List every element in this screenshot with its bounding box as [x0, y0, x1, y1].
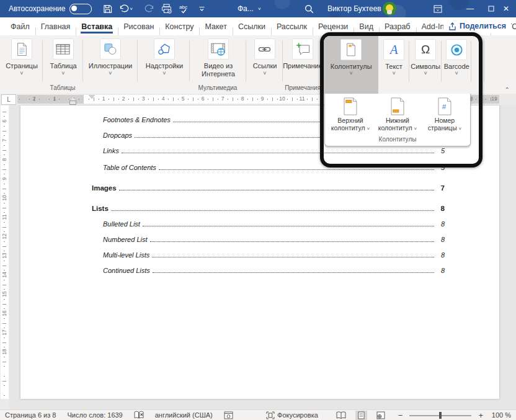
toc-entry-text[interactable]: Table of Contents — [92, 164, 156, 171]
toc-entry-text[interactable]: Numbered List — [92, 236, 148, 243]
pages-button[interactable]: Страницы ˅ — [6, 38, 38, 76]
chevron-down-icon: ˅ — [392, 71, 395, 76]
toc-page-number: 8 — [436, 220, 445, 228]
tab-8[interactable]: Рецензи — [313, 22, 354, 31]
ruler-tick — [287, 99, 288, 100]
toc-entry-text[interactable]: Bulleted List — [92, 220, 140, 228]
quick-access-more-chevron[interactable] — [194, 0, 210, 17]
addins-icon — [154, 38, 175, 60]
ruler-tick — [4, 337, 5, 338]
ruler-tick — [153, 97, 154, 101]
ruler-number: 11 — [300, 96, 305, 102]
first-line-indent-marker[interactable] — [89, 95, 95, 99]
ruler-tick — [257, 99, 258, 100]
quick-print-icon[interactable] — [158, 0, 174, 17]
chevron-down-icon: ˅ — [20, 71, 23, 76]
minimize-button[interactable]: — — [460, 0, 480, 17]
tab-selector[interactable]: L — [1, 94, 16, 105]
tab-3[interactable]: Рисован — [118, 22, 159, 31]
tab-9[interactable]: Вид — [354, 22, 379, 31]
toc-entry-text[interactable]: Dropcaps — [92, 132, 132, 139]
tab-1[interactable]: Главная — [35, 22, 76, 31]
header-menu-item[interactable]: Верхний колонтитул ˅ — [327, 94, 374, 135]
zoom-level[interactable]: 100 % — [490, 411, 511, 419]
headers-footers-button[interactable]: Колонтитулы ˅ — [324, 36, 378, 94]
ruler-number: 2 — [122, 96, 125, 102]
share-icon — [448, 22, 456, 30]
toc-dotted-leader — [111, 205, 434, 211]
toc-entry-text[interactable]: Multi-level Lists — [92, 251, 149, 259]
ruler-number: 5 — [182, 96, 185, 102]
links-button[interactable]: Ссылки ˅ — [253, 38, 277, 76]
toc-page-number: 8 — [436, 236, 445, 243]
tab-insert-active[interactable]: Вставка — [76, 22, 118, 31]
toc-entry-text[interactable]: Footnotes & Endnotes — [92, 116, 171, 123]
search-icon[interactable] — [301, 0, 317, 17]
toc-entry-text[interactable]: Images — [92, 184, 117, 192]
table-button[interactable]: Таблица ˅ — [50, 38, 76, 76]
ruler-number: 15 — [1, 291, 7, 297]
print-layout-button[interactable] — [355, 411, 367, 420]
toc-dotted-leader — [150, 236, 434, 242]
footer-menu-item[interactable]: Нижний колонтитул ˅ — [374, 94, 421, 135]
toc-entry: Multi-level Lists 8 — [92, 251, 445, 259]
document-title[interactable]: Фа... — [238, 0, 254, 17]
user-name[interactable]: Виктор Бухтеев — [327, 0, 381, 17]
toc-entry-text[interactable]: Links — [92, 147, 119, 154]
collapse-ribbon-chevron[interactable]: ⌃ — [505, 86, 510, 93]
ruler-tick — [233, 97, 233, 101]
barcode-button[interactable]: Barcode ˅ — [442, 36, 471, 94]
user-avatar[interactable] — [383, 2, 396, 16]
illustrations-button[interactable]: Иллюстрации ˅ — [89, 38, 132, 76]
addins-group: Надстройки ˅ — [140, 38, 189, 76]
ruler-tick — [4, 328, 5, 328]
toc-entry-text[interactable]: Continued Lists — [92, 267, 150, 274]
ruler-number: 6 — [1, 118, 7, 124]
share-button[interactable]: Поделиться — [443, 19, 511, 33]
tab-0[interactable]: Файл — [5, 22, 35, 31]
save-icon[interactable] — [99, 0, 115, 17]
online-video-button[interactable]: Видео из Интернета — [202, 38, 235, 78]
toc-entry: Bulleted List 8 — [92, 220, 445, 228]
zoom-in-button[interactable]: + — [478, 411, 483, 420]
group-divider — [137, 40, 138, 81]
ruler-tick — [2, 266, 6, 266]
ruler-number: 7 — [221, 96, 225, 102]
addins-button[interactable]: Надстройки ˅ — [146, 38, 183, 76]
document-title-chevron[interactable]: ˅ — [258, 0, 261, 17]
autosave-toggle[interactable] — [69, 4, 92, 14]
spelling-check-icon[interactable]: abc — [176, 0, 192, 17]
web-layout-button[interactable] — [374, 411, 388, 420]
tab-7[interactable]: Рассылк — [271, 22, 313, 31]
proofing-errors-icon[interactable] — [134, 411, 144, 419]
vertical-ruler[interactable]: 6789101112131415161718 — [0, 105, 9, 409]
toc-entry-text[interactable]: Lists — [92, 205, 109, 212]
zoom-slider-handle[interactable] — [439, 412, 442, 419]
close-button[interactable]: ✕ — [496, 0, 516, 17]
headers-footers-group-label: Колонтитулы — [325, 136, 470, 146]
focus-icon — [266, 411, 275, 419]
page-number-menu-item[interactable]: # Номер страницы ˅ — [421, 94, 468, 135]
comment-button[interactable]: Примечание — [283, 38, 322, 70]
word-count[interactable]: Число слов: 1639 — [67, 411, 122, 419]
tab-4[interactable]: Констру — [159, 22, 199, 31]
ruler-number: 7 — [1, 137, 7, 143]
page-indicator[interactable]: Страница 6 из 8 — [5, 411, 56, 419]
zoom-slider[interactable] — [409, 411, 471, 419]
undo-icon[interactable]: ˅ — [118, 0, 134, 17]
tab-10[interactable]: Разраб — [379, 22, 416, 31]
ribbon-display-options-icon[interactable] — [430, 0, 446, 17]
zoom-out-button[interactable]: − — [398, 411, 403, 420]
language-indicator[interactable]: английский (США) — [155, 411, 213, 419]
left-indent-marker[interactable] — [69, 99, 75, 104]
tab-6[interactable]: Ссылки — [233, 22, 271, 31]
undo-chevron[interactable]: ˅ — [130, 6, 133, 12]
ruler-number: 9 — [261, 96, 264, 102]
focus-mode-button[interactable]: Фокусировка — [266, 411, 318, 419]
text-button[interactable]: A Текст ˅ — [378, 36, 409, 94]
macro-recording-icon[interactable] — [224, 411, 233, 419]
symbols-button[interactable]: Ω Символы ˅ — [409, 36, 442, 94]
read-mode-button[interactable] — [334, 411, 349, 419]
toc-dotted-leader — [143, 220, 434, 226]
tab-5[interactable]: Макет — [199, 22, 232, 31]
